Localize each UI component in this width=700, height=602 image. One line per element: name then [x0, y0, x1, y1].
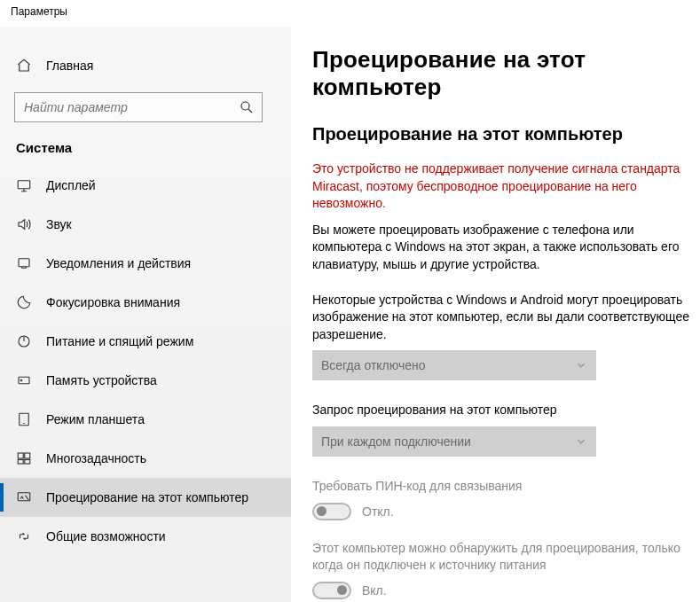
sidebar-item-multitask[interactable]: Многозадачность	[0, 439, 291, 478]
setting-allow-projection-label: Некоторые устройства с Windows и Android…	[312, 292, 694, 344]
search-box[interactable]	[14, 92, 263, 122]
sidebar-section-title: Система	[0, 126, 291, 162]
setting-require-pin-toggle[interactable]	[312, 503, 351, 520]
tablet-icon	[16, 411, 32, 427]
svg-rect-10	[25, 460, 30, 465]
display-icon	[16, 177, 32, 193]
sidebar-nav: Дисплей Звук Уведомления и действия Фоку…	[0, 166, 291, 556]
sidebar-item-label: Память устройства	[46, 373, 157, 387]
toggle-state-text: Вкл.	[362, 583, 387, 598]
miracast-warning: Это устройство не поддерживает получение…	[312, 160, 694, 213]
sidebar-home[interactable]: Главная	[0, 48, 291, 83]
window-titlebar: Параметры	[0, 0, 700, 27]
sidebar-item-notifications[interactable]: Уведомления и действия	[0, 244, 291, 283]
svg-rect-8	[25, 453, 30, 458]
sidebar-item-label: Многозадачность	[46, 451, 146, 465]
sidebar-item-label: Проецирование на этот компьютер	[46, 490, 248, 504]
notifications-icon	[16, 255, 32, 271]
sidebar-item-label: Фокусировка внимания	[46, 295, 180, 309]
dropdown-value: При каждом подключении	[321, 434, 471, 449]
sidebar-item-label: Режим планшета	[46, 412, 145, 426]
sidebar-item-focus[interactable]: Фокусировка внимания	[0, 283, 291, 322]
window-title: Параметры	[11, 5, 67, 18]
svg-rect-9	[18, 460, 23, 465]
storage-icon	[16, 372, 32, 388]
power-icon	[16, 333, 32, 349]
svg-rect-2	[19, 259, 29, 267]
setting-ask-project-label: Запрос проецирования на этот компьютер	[312, 402, 694, 419]
search-icon	[239, 99, 255, 115]
focus-icon	[16, 294, 32, 310]
main-content: Проецирование на этот компьютер Проециро…	[291, 27, 700, 602]
setting-discover-on-power-label: Этот компьютер можно обнаружить для прое…	[312, 540, 694, 575]
svg-point-0	[241, 102, 249, 110]
svg-rect-7	[18, 453, 23, 458]
page-title: Проецирование на этот компьютер	[312, 46, 700, 101]
home-icon	[16, 58, 32, 74]
chevron-down-icon	[575, 435, 587, 448]
toggle-knob	[317, 506, 326, 516]
svg-rect-1	[18, 181, 30, 189]
sidebar-item-label: Общие возможности	[46, 529, 166, 543]
sidebar-item-tablet[interactable]: Режим планшета	[0, 400, 291, 439]
projection-description: Вы можете проецировать изображение с тел…	[312, 222, 694, 274]
setting-ask-project-dropdown[interactable]: При каждом подключении	[312, 426, 596, 457]
search-input[interactable]	[24, 100, 239, 114]
toggle-state-text: Откл.	[362, 504, 394, 519]
project-icon	[16, 489, 32, 505]
sidebar-item-label: Звук	[46, 217, 72, 231]
sidebar-item-sound[interactable]: Звук	[0, 205, 291, 244]
sidebar: Главная Система Дисплей Звук Уведом	[0, 27, 291, 602]
sidebar-item-shared[interactable]: Общие возможности	[0, 517, 291, 556]
dropdown-value: Всегда отключено	[321, 358, 426, 372]
sidebar-item-project[interactable]: Проецирование на этот компьютер	[0, 478, 291, 517]
setting-allow-projection-dropdown[interactable]: Всегда отключено	[312, 350, 596, 380]
sidebar-home-label: Главная	[46, 59, 93, 73]
section-subtitle: Проецирование на этот компьютер	[312, 124, 694, 145]
sidebar-item-label: Дисплей	[46, 178, 96, 192]
sidebar-item-power[interactable]: Питание и спящий режим	[0, 322, 291, 361]
sound-icon	[16, 216, 32, 232]
sidebar-item-label: Уведомления и действия	[46, 256, 191, 270]
svg-point-5	[20, 379, 22, 381]
multitask-icon	[16, 450, 32, 466]
setting-discover-on-power-toggle[interactable]	[312, 582, 351, 599]
sidebar-item-label: Питание и спящий режим	[46, 334, 193, 348]
setting-require-pin-label: Требовать ПИН-код для связывания	[312, 478, 694, 496]
shared-icon	[16, 528, 32, 544]
chevron-down-icon	[575, 359, 587, 371]
toggle-knob	[337, 585, 347, 595]
sidebar-item-storage[interactable]: Память устройства	[0, 361, 291, 400]
sidebar-item-display[interactable]: Дисплей	[0, 166, 291, 205]
